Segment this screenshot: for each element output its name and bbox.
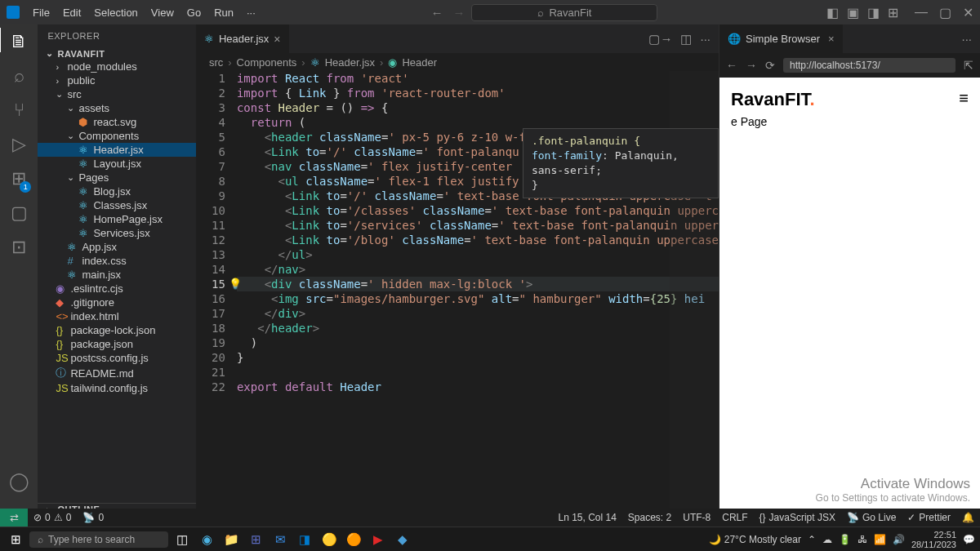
tray-wifi-icon[interactable]: 📶: [874, 534, 886, 545]
breadcrumb[interactable]: src› Components› ⚛ Header.jsx› ◉ Header: [196, 53, 719, 71]
run-debug-icon[interactable]: ▷: [12, 134, 26, 155]
tree-file-app-jsx[interactable]: ⚛App.jsx: [38, 240, 195, 254]
tab-header-jsx[interactable]: ⚛ Header.jsx ×: [196, 24, 290, 53]
code-editor[interactable]: 12345678910111213141516171819202122 💡 im…: [196, 71, 719, 527]
tree-file-homepage-jsx[interactable]: ⚛HomePage.jsx: [38, 212, 195, 226]
browser-back-icon[interactable]: ←: [726, 59, 737, 72]
tray-network-icon[interactable]: 🖧: [858, 534, 867, 545]
tree-folder-src[interactable]: ⌄src: [38, 87, 195, 101]
browser-tab-close-icon[interactable]: ×: [828, 33, 835, 45]
layout-customize-icon[interactable]: ⊞: [888, 5, 898, 20]
youtube-icon[interactable]: ▶: [368, 529, 389, 550]
language-mode[interactable]: {} JavaScript JSX: [754, 512, 841, 523]
eol-status[interactable]: CRLF: [716, 512, 753, 523]
go-live-button[interactable]: 📡 Go Live: [841, 512, 902, 523]
layout-toggle-secondary-icon[interactable]: ◨: [867, 5, 880, 20]
weather-widget[interactable]: 🌙 27°C Mostly clear: [709, 534, 801, 545]
split-editor-icon[interactable]: ◫: [680, 32, 692, 47]
vscode-taskbar-icon[interactable]: ◨: [294, 529, 315, 550]
maximize-icon[interactable]: ▢: [939, 5, 951, 20]
layout-toggle-primary-icon[interactable]: ◧: [826, 5, 839, 20]
taskbar-search[interactable]: ⌕Type here to search: [29, 531, 168, 548]
remote-indicator[interactable]: ⇄: [0, 509, 28, 527]
breadcrumb-file[interactable]: Header.jsx: [325, 56, 375, 69]
tree-file-layout-jsx[interactable]: ⚛Layout.jsx: [38, 157, 195, 171]
testing-icon[interactable]: ▢: [11, 202, 28, 224]
tree-file-react-svg[interactable]: ⬢react.svg: [38, 115, 195, 129]
breadcrumb-src[interactable]: src: [209, 56, 223, 69]
breadcrumb-components[interactable]: Components: [237, 56, 297, 69]
tree-file-postcss[interactable]: JSpostcss.config.js: [38, 351, 195, 365]
menu-view[interactable]: View: [145, 7, 180, 19]
tree-file-index-css[interactable]: #index.css: [38, 254, 195, 268]
start-button[interactable]: ⊞: [5, 529, 26, 550]
indent-status[interactable]: Spaces: 2: [622, 512, 677, 523]
close-icon[interactable]: ✕: [963, 5, 973, 20]
breadcrumb-symbol[interactable]: Header: [402, 56, 437, 69]
browser-forward-icon[interactable]: →: [746, 59, 757, 72]
tray-onedrive-icon[interactable]: ☁: [822, 534, 832, 545]
browser-more-icon[interactable]: ···: [961, 32, 972, 46]
search-activity-icon[interactable]: ⌕: [14, 65, 24, 87]
minimize-icon[interactable]: —: [915, 5, 928, 20]
tree-file-tailwind[interactable]: JStailwind.config.js: [38, 381, 195, 395]
ports-count[interactable]: 📡0: [77, 512, 109, 523]
browser-open-external-icon[interactable]: ⇱: [964, 59, 973, 72]
browser-url[interactable]: http://localhost:5173/: [783, 58, 956, 73]
menu-selection[interactable]: Selection: [87, 7, 144, 19]
tree-folder-assets[interactable]: ⌄assets: [38, 101, 195, 115]
tree-file-blog-jsx[interactable]: ⚛Blog.jsx: [38, 184, 195, 198]
tree-folder-public[interactable]: ›public: [38, 73, 195, 87]
lightbulb-icon[interactable]: 💡: [229, 277, 242, 291]
accounts-icon[interactable]: ◯: [9, 471, 29, 492]
chat-icon[interactable]: ⊡: [11, 237, 26, 258]
app-icon[interactable]: ◆: [392, 529, 413, 550]
notifications-tray-icon[interactable]: 💬: [963, 534, 975, 545]
browser-tab[interactable]: 🌐 Simple Browser ×: [719, 24, 843, 53]
task-view-icon[interactable]: ◫: [172, 529, 193, 550]
tree-file-package-lock[interactable]: {}package-lock.json: [38, 323, 195, 337]
tray-battery-icon[interactable]: 🔋: [839, 534, 851, 545]
tree-folder-components[interactable]: ⌄Components: [38, 129, 195, 143]
workspace-root[interactable]: ⌄RAVANFIT: [38, 47, 195, 60]
prettier-status[interactable]: ✓ Prettier: [902, 512, 956, 523]
tree-file-main-jsx[interactable]: ⚛main.jsx: [38, 268, 195, 282]
nav-back-icon[interactable]: ←: [430, 6, 443, 20]
store-icon[interactable]: ⊞: [245, 529, 266, 550]
command-center[interactable]: ⌕ RavanFit: [471, 4, 657, 21]
tree-file-index-html[interactable]: <>index.html: [38, 309, 195, 323]
source-control-icon[interactable]: ⑂: [14, 100, 24, 121]
chrome-icon[interactable]: 🟡: [318, 529, 340, 550]
mail-icon[interactable]: ✉: [270, 529, 291, 550]
hamburger-icon[interactable]: ≡: [959, 89, 969, 108]
explorer-folder-icon[interactable]: 📁: [220, 529, 242, 550]
notifications-icon[interactable]: 🔔: [956, 512, 980, 523]
tree-folder-pages[interactable]: ⌄Pages: [38, 171, 195, 184]
browser-refresh-icon[interactable]: ⟳: [765, 59, 775, 72]
menu-run[interactable]: Run: [207, 7, 240, 19]
menu-go[interactable]: Go: [180, 7, 207, 19]
explorer-icon[interactable]: 🗎: [10, 31, 28, 52]
tray-volume-icon[interactable]: 🔊: [893, 534, 905, 545]
tab-more-icon[interactable]: ···: [700, 32, 710, 47]
tree-folder-node-modules[interactable]: ›node_modules: [38, 60, 195, 73]
run-preview-icon[interactable]: ▢→: [648, 32, 672, 47]
tree-file-readme[interactable]: ⓘREADME.md: [38, 365, 195, 381]
encoding-status[interactable]: UTF-8: [677, 512, 716, 523]
tree-file-package-json[interactable]: {}package.json: [38, 337, 195, 351]
cursor-position[interactable]: Ln 15, Col 14: [552, 512, 621, 523]
tree-file-classes-jsx[interactable]: ⚛Classes.jsx: [38, 198, 195, 212]
tray-chevron-icon[interactable]: ⌃: [808, 534, 816, 545]
tab-close-icon[interactable]: ×: [274, 33, 280, 46]
menu-more[interactable]: ···: [240, 7, 262, 19]
errors-count[interactable]: ⊘0 ⚠0: [28, 512, 77, 523]
canary-icon[interactable]: 🟠: [343, 529, 364, 550]
tree-file-services-jsx[interactable]: ⚛Services.jsx: [38, 226, 195, 240]
edge-icon[interactable]: ◉: [196, 529, 217, 550]
menu-edit[interactable]: Edit: [56, 7, 87, 19]
tree-file-header-jsx[interactable]: ⚛Header.jsx: [38, 143, 195, 157]
tree-file-eslintrc[interactable]: ◉.eslintrc.cjs: [38, 282, 195, 295]
code-lines[interactable]: 💡 import React from 'react' import { Lin…: [237, 71, 719, 527]
clock[interactable]: 22:51 28/11/2023: [911, 530, 956, 549]
tree-file-gitignore[interactable]: ◆.gitignore: [38, 295, 195, 309]
